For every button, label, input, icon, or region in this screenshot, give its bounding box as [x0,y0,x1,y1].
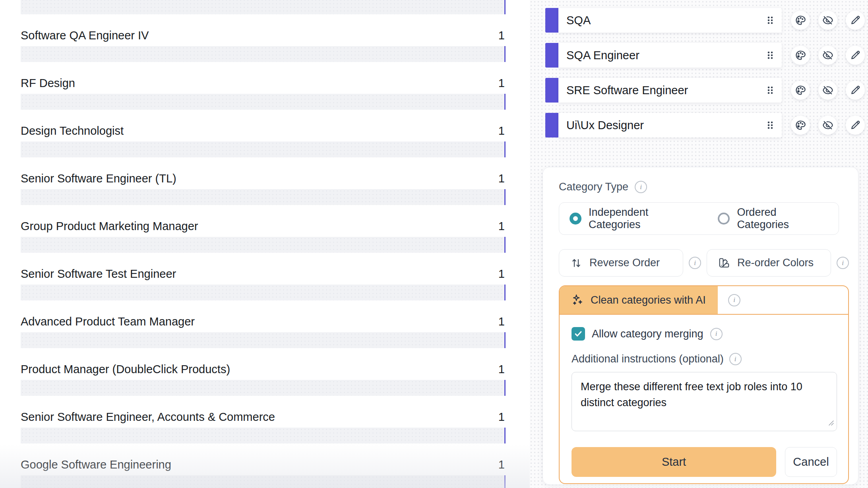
palette-icon [795,15,806,26]
additional-instructions-info-icon[interactable]: i [729,353,742,365]
drag-handle-icon[interactable] [766,85,775,95]
edit-icon [850,50,861,61]
clean-categories-content: Allow category merging i Additional inst… [560,315,848,483]
swatch-book-icon [718,257,730,269]
chart-row: Senior Software Engineer, Accounts & Com… [21,396,506,443]
hide-icon [822,85,833,96]
chart-row: Design Technologist 1 [21,110,506,157]
chart-bar [21,46,506,62]
hide-icon [822,120,833,131]
chart-category-label: Senior Software Test Engineer [21,267,176,281]
radio-dot [570,213,581,225]
drag-handle-icon[interactable] [766,15,775,25]
chart-row: Senior Software Engineer (TL) 1 [21,157,506,205]
allow-category-merging-label: Allow category merging [592,328,703,340]
drag-handle-icon[interactable] [766,50,775,60]
allow-merging-info-icon[interactable]: i [710,328,723,340]
chart-bar [21,189,506,205]
edit-icon [850,120,861,131]
palette-button[interactable] [791,81,810,100]
edit-icon [850,85,861,96]
palette-button[interactable] [791,46,810,65]
hide-icon [822,15,833,26]
chart-row: Product Manager (DoubleClick Products) 1 [21,348,506,396]
category-card: SRE Software Engineer [558,78,782,103]
category-card: SQA Engineer [558,43,782,68]
reverse-order-icon [570,257,582,269]
additional-instructions-field: Merge these different free text job role… [572,372,837,431]
hide-button[interactable] [818,46,837,65]
chart-bar [21,237,506,253]
hide-icon [822,50,833,61]
radio-option-ordered-categories[interactable]: Ordered Categories [718,206,828,231]
additional-instructions-label: Additional instructions (optional) [572,353,724,365]
chart-category-label: Senior Software Engineer (TL) [21,172,176,185]
chart-value-label: 1 [498,172,506,185]
chart-value-label: 1 [498,29,506,42]
chart-category-label: Product Manager (DoubleClick Products) [21,363,230,376]
reverse-order-label: Reverse Order [589,257,660,269]
chart-bar [21,332,506,348]
edit-button[interactable] [846,116,865,135]
radio-dot [718,213,730,225]
chart-bar [21,141,506,157]
clean-categories-tab[interactable]: Clean categories with AI [560,286,718,314]
category-color-swatch [545,8,558,33]
chart-value-label: 1 [498,124,506,137]
chart-category-label: Software QA Engineer IV [21,29,149,42]
reorder-colors-label: Re-order Colors [737,257,814,269]
order-toolbar: Reverse Order i Re-order Colors i [559,249,849,277]
category-card: SQA [558,8,782,33]
cancel-button[interactable]: Cancel [785,447,837,477]
chart-bar [21,285,506,300]
chart-row [21,0,506,14]
edit-button[interactable] [846,11,865,30]
category-actions [791,8,865,33]
palette-button[interactable] [791,116,810,135]
allow-category-merging-checkbox[interactable] [572,327,585,341]
palette-icon [795,50,806,61]
category-actions [791,43,865,68]
radio-label: Ordered Categories [737,206,828,231]
hide-button[interactable] [818,116,837,135]
category-item: Ui\Ux Designer [545,113,864,137]
chart-bar [21,428,506,443]
clean-categories-info-icon[interactable]: i [728,294,740,306]
category-list: SQA [545,8,864,148]
reverse-order-button[interactable]: Reverse Order [559,249,683,277]
edit-button[interactable] [846,46,865,65]
chart-bar [21,94,506,110]
category-actions [791,78,865,103]
additional-instructions-input[interactable]: Merge these different free text job role… [572,372,837,431]
chart-value-label: 1 [498,363,506,376]
edit-button[interactable] [846,81,865,100]
allow-category-merging-option[interactable]: Allow category merging i [572,327,837,341]
category-item: SRE Software Engineer [545,78,864,103]
chart-category-label: Group Product Marketing Manager [21,220,198,233]
chart-category-label: Senior Software Engineer, Accounts & Com… [21,411,275,424]
drag-handle-icon[interactable] [766,120,775,130]
chart-rows: Software QA Engineer IV 1 RF Design 1 De… [21,0,506,488]
category-color-swatch [545,43,558,68]
category-label: SQA Engineer [566,49,639,62]
category-color-swatch [545,113,558,137]
reorder-colors-info-icon[interactable]: i [837,257,849,269]
start-button[interactable]: Start [572,447,776,477]
reorder-colors-button[interactable]: Re-order Colors [707,249,831,277]
reverse-order-info-icon[interactable]: i [689,257,701,269]
hide-button[interactable] [818,11,837,30]
textarea-resize-handle[interactable] [828,420,834,428]
chart-row: Advanced Product Team Manager 1 [21,300,506,348]
palette-button[interactable] [791,11,810,30]
hide-button[interactable] [818,81,837,100]
clean-categories-header: Clean categories with AI i [560,286,848,315]
chart-bar [21,0,506,14]
category-color-swatch [545,78,558,103]
category-type-info-icon[interactable]: i [635,181,647,193]
chart-category-label: Advanced Product Team Manager [21,315,195,328]
category-settings-panel: Category Type i Independent Categories O… [542,167,858,485]
chart-category-label: RF Design [21,77,75,90]
radio-option-independent-categories[interactable]: Independent Categories [570,206,699,231]
category-item: SQA Engineer [545,43,864,68]
category-type-label: Category Type [559,181,628,193]
